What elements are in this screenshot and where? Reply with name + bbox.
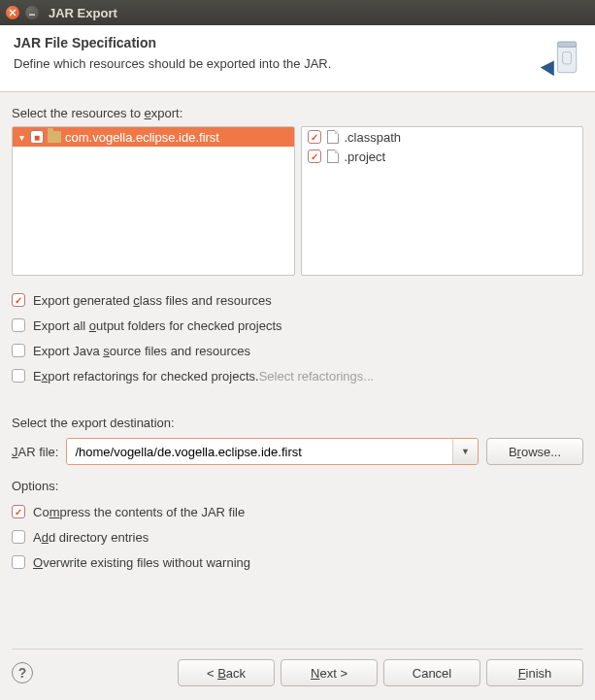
- cancel-button[interactable]: Cancel: [383, 659, 480, 686]
- back-button[interactable]: < Back: [178, 659, 275, 686]
- checkbox-label: Export Java source files and resources: [33, 344, 250, 358]
- checkbox[interactable]: ✓: [12, 318, 25, 332]
- svg-rect-1: [557, 46, 576, 73]
- export-source-files-row[interactable]: ✓ Export Java source files and resources: [12, 338, 583, 363]
- add-directory-row[interactable]: ✓ Add directory entries: [12, 524, 583, 550]
- folder-icon: [48, 131, 61, 143]
- checkbox[interactable]: ✓: [12, 344, 25, 357]
- compress-row[interactable]: ✓ Compress the contents of the JAR file: [12, 499, 583, 524]
- checkbox-label: Overwrite existing files without warning: [33, 555, 250, 570]
- tree-checkbox[interactable]: ■: [30, 130, 44, 144]
- file-checkbox[interactable]: ✓: [308, 130, 321, 144]
- jar-icon: [539, 35, 581, 78]
- content-area: Select the resources to export: ▾ ■ com.…: [0, 92, 595, 575]
- wizard-header: JAR File Specification Define which reso…: [0, 25, 595, 92]
- destination-label: Select the export destination:: [12, 416, 583, 430]
- file-list-panel[interactable]: ✓ .classpath ✓ .project: [301, 126, 584, 276]
- footer: ? < Back Next > Cancel Finish: [0, 639, 595, 700]
- checkbox[interactable]: ✓: [12, 293, 25, 307]
- file-label: .project: [345, 150, 386, 164]
- project-tree-panel[interactable]: ▾ ■ com.vogella.eclipse.ide.first: [12, 126, 295, 276]
- help-button[interactable]: ?: [12, 662, 33, 683]
- options-label: Options:: [12, 479, 583, 493]
- overwrite-row[interactable]: ✓ Overwrite existing files without warni…: [12, 550, 583, 575]
- file-checkbox[interactable]: ✓: [308, 150, 321, 163]
- checkbox[interactable]: ✓: [12, 555, 25, 569]
- checkbox-label: Add directory entries: [33, 530, 149, 545]
- jar-file-label: JAR file:: [12, 445, 58, 459]
- window-title: JAR Export: [49, 6, 117, 20]
- export-output-folders-row[interactable]: ✓ Export all output folders for checked …: [12, 313, 583, 338]
- file-label: .classpath: [345, 130, 402, 145]
- checkbox-label: Export all output folders for checked pr…: [33, 318, 282, 333]
- file-icon: [327, 130, 339, 144]
- list-item[interactable]: ✓ .project: [302, 147, 583, 166]
- window-minimize-button[interactable]: [25, 6, 39, 19]
- checkbox[interactable]: ✓: [12, 505, 25, 518]
- checkbox[interactable]: ✓: [12, 530, 25, 544]
- select-refactorings-link[interactable]: Select refactorings...: [259, 369, 375, 383]
- finish-button[interactable]: Finish: [486, 659, 583, 686]
- svg-rect-0: [29, 15, 35, 16]
- list-item[interactable]: ✓ .classpath: [302, 127, 583, 147]
- resources-label: Select the resources to export:: [12, 106, 583, 120]
- tree-item-project[interactable]: ▾ ■ com.vogella.eclipse.ide.first: [13, 127, 294, 147]
- combo-dropdown-button[interactable]: ▼: [452, 439, 478, 464]
- svg-rect-2: [557, 42, 576, 47]
- checkbox-label: Compress the contents of the JAR file: [33, 505, 245, 519]
- export-class-files-row[interactable]: ✓ Export generated class files and resou…: [12, 287, 583, 313]
- checkbox[interactable]: ✓: [12, 369, 25, 383]
- next-button[interactable]: Next >: [281, 659, 378, 686]
- checkbox-label: Export generated class files and resourc…: [33, 293, 272, 308]
- jar-file-input[interactable]: [67, 439, 452, 464]
- jar-file-combo[interactable]: ▼: [66, 438, 479, 465]
- header-subtitle: Define which resources should be exporte…: [14, 56, 331, 71]
- browse-button[interactable]: Browse...: [486, 438, 583, 465]
- window-close-button[interactable]: [6, 6, 19, 19]
- chevron-down-icon: ▼: [461, 447, 470, 456]
- titlebar: JAR Export: [0, 0, 595, 25]
- tree-item-label: com.vogella.eclipse.ide.first: [65, 130, 219, 145]
- footer-separator: [12, 649, 583, 650]
- help-icon: ?: [18, 665, 27, 681]
- file-icon: [327, 150, 339, 163]
- header-title: JAR File Specification: [14, 35, 331, 50]
- checkbox-label: Export refactorings for checked projects…: [33, 369, 374, 383]
- tree-expander-icon[interactable]: ▾: [17, 132, 26, 143]
- export-refactorings-row[interactable]: ✓ Export refactorings for checked projec…: [12, 363, 583, 388]
